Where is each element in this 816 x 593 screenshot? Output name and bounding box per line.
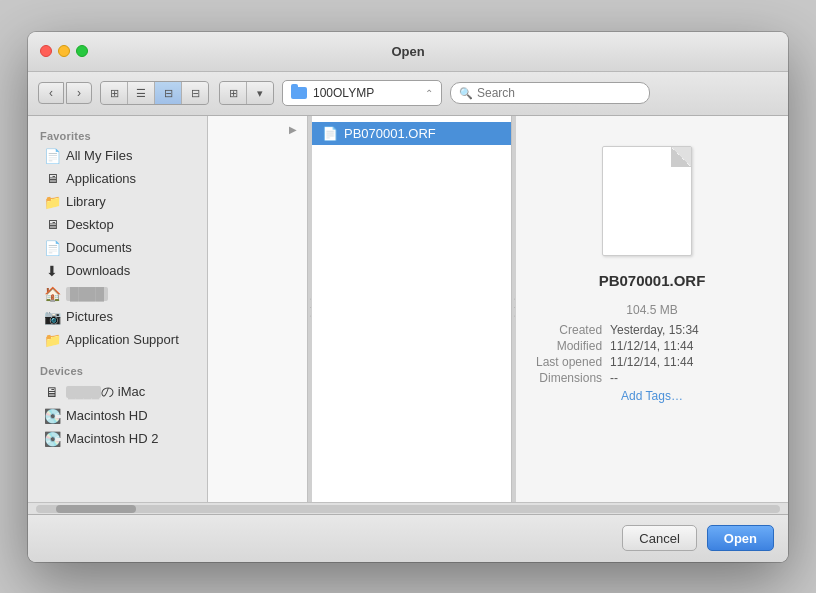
modified-value: 11/12/14, 11:44 — [610, 339, 768, 353]
file-meta: Created Yesterday, 15:34 Modified 11/12/… — [536, 323, 768, 385]
applications-icon: 🖥 — [44, 171, 60, 187]
sidebar-label-imac: ████の iMac — [66, 383, 145, 401]
location-bar[interactable]: 100OLYMP ⌃ — [282, 80, 442, 106]
forward-button[interactable]: › — [66, 82, 92, 104]
open-dialog: Open ‹ › ⊞ ☰ ⊟ ⊟ ⊞ ▾ 100OLYMP ⌃ 🔍 — [28, 32, 788, 562]
sidebar-item-imac[interactable]: 🖥 ████の iMac — [32, 380, 203, 404]
last-opened-label: Last opened — [536, 355, 602, 369]
file-icon: 📄 — [322, 126, 338, 141]
sidebar-item-macintosh-hd[interactable]: 💽 Macintosh HD — [32, 405, 203, 427]
toolbar: ‹ › ⊞ ☰ ⊟ ⊟ ⊞ ▾ 100OLYMP ⌃ 🔍 — [28, 72, 788, 116]
sidebar-item-documents[interactable]: 📄 Documents — [32, 237, 203, 259]
file-preview-icon — [602, 136, 702, 256]
title-bar: Open — [28, 32, 788, 72]
column-item-selected-file[interactable]: 📄 PB070001.ORF — [312, 122, 511, 145]
cover-flow-button[interactable]: ⊟ — [182, 82, 208, 104]
minimize-button[interactable] — [58, 45, 70, 57]
macintosh-hd-2-icon: 💽 — [44, 431, 60, 447]
macintosh-hd-icon: 💽 — [44, 408, 60, 424]
arrange-button: ⊞ ▾ — [219, 81, 274, 105]
arrange-arrow[interactable]: ▾ — [247, 82, 273, 104]
folder-icon — [291, 87, 307, 99]
sidebar-item-all-my-files[interactable]: 📄 All My Files — [32, 145, 203, 167]
devices-header: Devices — [28, 359, 207, 379]
file-page-shape — [602, 146, 692, 256]
search-bar[interactable]: 🔍 — [450, 82, 650, 104]
bottom-bar: Cancel Open — [28, 514, 788, 562]
created-value: Yesterday, 15:34 — [610, 323, 768, 337]
preview-panel: PB070001.ORF 104.5 MB Created Yesterday,… — [516, 116, 788, 502]
sidebar-item-applications[interactable]: 🖥 Applications — [32, 168, 203, 190]
scrollbar-track[interactable] — [36, 505, 780, 513]
window-title: Open — [391, 44, 424, 59]
file-corner — [671, 147, 691, 167]
sidebar-label-downloads: Downloads — [66, 263, 130, 278]
list-view-button[interactable]: ☰ — [128, 82, 154, 104]
sidebar-label-pictures: Pictures — [66, 309, 113, 324]
add-tags-link[interactable]: Add Tags… — [621, 389, 683, 403]
scroll-area — [28, 502, 788, 514]
dimensions-value: -- — [610, 371, 768, 385]
downloads-icon: ⬇ — [44, 263, 60, 279]
sidebar-item-pictures[interactable]: 📷 Pictures — [32, 306, 203, 328]
app-support-icon: 📁 — [44, 332, 60, 348]
parent-arrow: ▶ — [289, 124, 297, 135]
sidebar-item-library[interactable]: 📁 Library — [32, 191, 203, 213]
favorites-header: Favorites — [28, 124, 207, 144]
icon-view-button[interactable]: ⊞ — [101, 82, 127, 104]
sidebar-label-application-support: Application Support — [66, 332, 179, 347]
sidebar-label-applications: Applications — [66, 171, 136, 186]
pictures-icon: 📷 — [44, 309, 60, 325]
all-my-files-icon: 📄 — [44, 148, 60, 164]
main-content: Favorites 📄 All My Files 🖥 Applications … — [28, 116, 788, 502]
nav-buttons: ‹ › — [38, 82, 92, 104]
dimensions-label: Dimensions — [536, 371, 602, 385]
preview-file-name: PB070001.ORF — [599, 272, 706, 289]
location-text: 100OLYMP — [313, 86, 419, 100]
arrange-icon[interactable]: ⊞ — [220, 82, 246, 104]
home-icon: 🏠 — [44, 286, 60, 302]
file-name-in-column: PB070001.ORF — [344, 126, 436, 141]
column-panel-2: 📄 PB070001.ORF — [312, 116, 512, 502]
close-button[interactable] — [40, 45, 52, 57]
modified-label: Modified — [536, 339, 602, 353]
sidebar-label-all-my-files: All My Files — [66, 148, 132, 163]
sidebar-label-macintosh-hd: Macintosh HD — [66, 408, 148, 423]
imac-icon: 🖥 — [44, 384, 60, 400]
sidebar-label-desktop: Desktop — [66, 217, 114, 232]
location-dropdown-arrow: ⌃ — [425, 88, 433, 99]
view-buttons: ⊞ ☰ ⊟ ⊟ — [100, 81, 209, 105]
created-label: Created — [536, 323, 602, 337]
sidebar-label-home: ████ — [66, 287, 108, 301]
last-opened-value: 11/12/14, 11:44 — [610, 355, 768, 369]
sidebar-item-macintosh-hd-2[interactable]: 💽 Macintosh HD 2 — [32, 428, 203, 450]
maximize-button[interactable] — [76, 45, 88, 57]
traffic-lights — [40, 45, 88, 57]
open-button[interactable]: Open — [707, 525, 774, 551]
sidebar-item-downloads[interactable]: ⬇ Downloads — [32, 260, 203, 282]
search-icon: 🔍 — [459, 87, 473, 100]
sidebar-label-macintosh-hd-2: Macintosh HD 2 — [66, 431, 158, 446]
cancel-button[interactable]: Cancel — [622, 525, 696, 551]
library-icon: 📁 — [44, 194, 60, 210]
sidebar-label-library: Library — [66, 194, 106, 209]
preview-file-size: 104.5 MB — [626, 303, 677, 317]
column-view: ▶ · · · 📄 PB070001.ORF · · · — [208, 116, 788, 502]
scrollbar-thumb[interactable] — [56, 505, 136, 513]
documents-icon: 📄 — [44, 240, 60, 256]
sidebar: Favorites 📄 All My Files 🖥 Applications … — [28, 116, 208, 502]
column-panel-1: ▶ — [208, 116, 308, 502]
column-item-parent[interactable]: ▶ — [208, 116, 307, 139]
desktop-icon: 🖥 — [44, 217, 60, 233]
sidebar-item-desktop[interactable]: 🖥 Desktop — [32, 214, 203, 236]
sidebar-label-documents: Documents — [66, 240, 132, 255]
sidebar-item-home[interactable]: 🏠 ████ — [32, 283, 203, 305]
sidebar-item-application-support[interactable]: 📁 Application Support — [32, 329, 203, 351]
back-button[interactable]: ‹ — [38, 82, 64, 104]
search-input[interactable] — [477, 86, 641, 100]
column-view-button[interactable]: ⊟ — [155, 82, 181, 104]
